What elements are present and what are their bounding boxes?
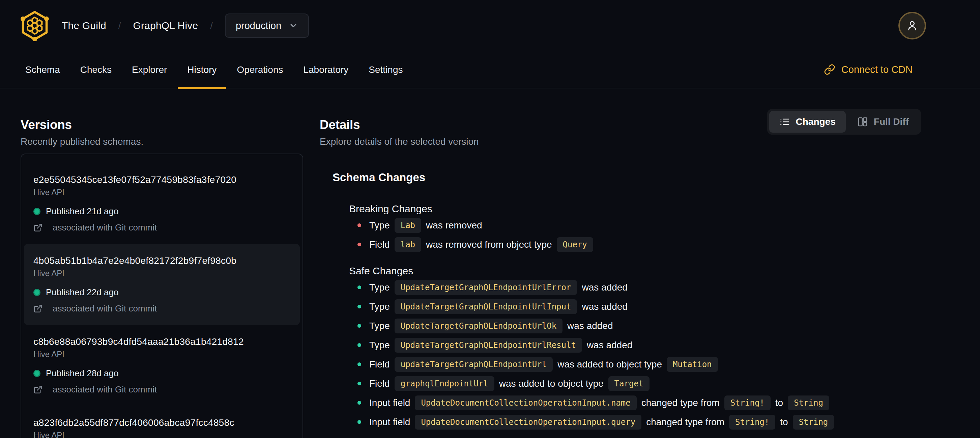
code-chip: Query [557, 237, 593, 252]
schema-change-item: Input fieldUpdateDocumentCollectionOpera… [358, 413, 921, 432]
change-text: Field [369, 359, 390, 370]
change-text: to [775, 398, 783, 408]
breaking-changes-list: TypeLabwas removedFieldlabwas removed fr… [358, 216, 921, 254]
target-nav: SchemaChecksExplorerHistoryOperationsLab… [0, 51, 980, 88]
code-chip: updateTargetGraphQLEndpointUrl [395, 357, 553, 372]
details-heading-block: Details Explore details of the selected … [320, 118, 479, 148]
version-item[interactable]: 4b05ab51b1b4a7e2e4b0ef82172f2b9f7ef98c0b… [24, 244, 300, 325]
code-chip: UpdateTargetGraphQLEndpointUrlError [395, 280, 578, 295]
nav-tabs: SchemaChecksExplorerHistoryOperationsLab… [16, 51, 414, 88]
version-status: Published 21d ago [33, 205, 290, 217]
git-commit-link[interactable]: associated with Git commit [33, 384, 290, 395]
schema-changes-title: Schema Changes [332, 170, 921, 184]
tab-laboratory[interactable]: Laboratory [294, 51, 358, 88]
safe-bullet-icon [358, 420, 361, 424]
code-chip: UpdateTargetGraphQLEndpointUrlOk [395, 319, 563, 333]
change-text: to [780, 417, 788, 428]
external-link-icon [33, 385, 48, 394]
code-chip: Target [608, 376, 650, 391]
tab-settings[interactable]: Settings [359, 51, 412, 88]
breadcrumb-org[interactable]: The Guild [62, 20, 106, 31]
external-link-icon [33, 304, 48, 313]
change-text: was added [582, 282, 627, 293]
schema-change-item: TypeUpdateTargetGraphQLEndpointUrlInputw… [358, 297, 921, 316]
target-selector-dropdown[interactable]: production [225, 13, 309, 38]
details-subtitle: Explore details of the selected version [320, 135, 479, 148]
safe-changes-title: Safe Changes [349, 265, 921, 277]
change-text: Type [369, 220, 390, 231]
breadcrumb-separator: / [118, 21, 121, 31]
safe-bullet-icon [358, 382, 361, 385]
user-avatar[interactable] [898, 12, 926, 40]
target-selector-value: production [236, 20, 281, 31]
change-text: Input field [369, 417, 410, 428]
version-service: Hive API [33, 268, 290, 279]
breadcrumb-project[interactable]: GraphQL Hive [133, 20, 198, 31]
tab-operations[interactable]: Operations [227, 51, 293, 88]
git-commit-link[interactable]: associated with Git commit [33, 222, 290, 233]
full-diff-view-button[interactable]: Full Diff [847, 111, 919, 132]
safe-bullet-icon [358, 343, 361, 347]
version-list: e2e55045345ce13fe07f52a77459b83fa3fe7020… [21, 153, 303, 438]
split-columns-icon [857, 116, 868, 127]
breaking-bullet-icon [358, 243, 361, 246]
change-text: was added [567, 320, 613, 331]
code-chip: String! [724, 395, 771, 410]
version-hash: 4b05ab51b1b4a7e2e4b0ef82172f2b9f7ef98c0b [33, 255, 290, 267]
tab-explorer[interactable]: Explorer [123, 51, 177, 88]
change-text: was added [587, 340, 632, 350]
details-panel: Details Explore details of the selected … [320, 118, 921, 438]
git-commit-link[interactable]: associated with Git commit [33, 303, 290, 314]
version-hash: a823f6db2a55df877dcf406006abca97fcc4858c [33, 417, 290, 429]
code-chip: graphqlEndpointUrl [395, 376, 495, 391]
change-text: was added to object type [499, 378, 604, 389]
code-chip: UpdateDocumentCollectionOperationInput.q… [415, 415, 641, 430]
safe-bullet-icon [358, 324, 361, 328]
change-text: Input field [369, 398, 410, 408]
code-chip: String [788, 395, 829, 410]
safe-bullet-icon [358, 305, 361, 308]
change-text: was added [582, 301, 627, 312]
code-chip: String! [729, 415, 775, 430]
link-icon [824, 64, 835, 75]
published-dot-icon [33, 208, 40, 215]
breadcrumb-separator: / [210, 21, 213, 31]
change-text: Type [369, 340, 390, 350]
version-item[interactable]: a823f6db2a55df877dcf406006abca97fcc4858c… [24, 406, 300, 438]
schema-change-item: Input fieldUpdateDocumentCollectionOpera… [358, 393, 921, 413]
code-chip: Mutation [667, 357, 718, 372]
change-text: was added to object type [557, 359, 662, 370]
safe-bullet-icon [358, 362, 361, 366]
connect-to-cdn-button[interactable]: Connect to CDN [824, 64, 913, 75]
connect-to-cdn-label: Connect to CDN [842, 64, 913, 75]
schema-change-item: FieldupdateTargetGraphQLEndpointUrlwas a… [358, 355, 921, 374]
breadcrumb: The Guild / GraphQL Hive / production [19, 10, 309, 41]
tab-checks[interactable]: Checks [71, 51, 121, 88]
change-text: was removed from object type [426, 239, 552, 250]
change-text: changed type from [641, 398, 720, 408]
change-text: Type [369, 282, 390, 293]
version-item[interactable]: c8b6e88a06793b9c4dfd54aaa21b36a1b421d812… [24, 325, 300, 406]
view-toggle: Changes Full Diff [767, 109, 921, 135]
published-dot-icon [33, 289, 40, 296]
tab-history[interactable]: History [178, 51, 226, 88]
tab-schema[interactable]: Schema [16, 51, 70, 88]
changes-view-button[interactable]: Changes [769, 111, 846, 132]
schema-change-item: TypeUpdateTargetGraphQLEndpointUrlResult… [358, 335, 921, 355]
schema-change-item: FieldgraphqlEndpointUrlwas added to obje… [358, 374, 921, 393]
full-diff-view-label: Full Diff [874, 116, 909, 127]
schema-change-item: TypeUpdateTargetGraphQLEndpointUrlOkwas … [358, 316, 921, 335]
external-link-icon [33, 223, 48, 232]
list-icon [780, 116, 790, 127]
hive-logo-icon[interactable] [19, 10, 50, 41]
version-item[interactable]: e2e55045345ce13fe07f52a77459b83fa3fe7020… [24, 163, 300, 244]
change-text: Type [369, 301, 390, 312]
version-hash: e2e55045345ce13fe07f52a77459b83fa3fe7020 [33, 174, 290, 186]
safe-bullet-icon [358, 401, 361, 405]
main-content: Versions Recently published schemas. e2e… [0, 88, 980, 438]
safe-changes-list: TypeUpdateTargetGraphQLEndpointUrlErrorw… [358, 278, 921, 432]
schema-change-item: Fieldlabwas removed from object typeQuer… [358, 235, 921, 254]
published-dot-icon [33, 370, 40, 377]
code-chip: lab [395, 237, 421, 252]
version-service: Hive API [33, 430, 290, 438]
